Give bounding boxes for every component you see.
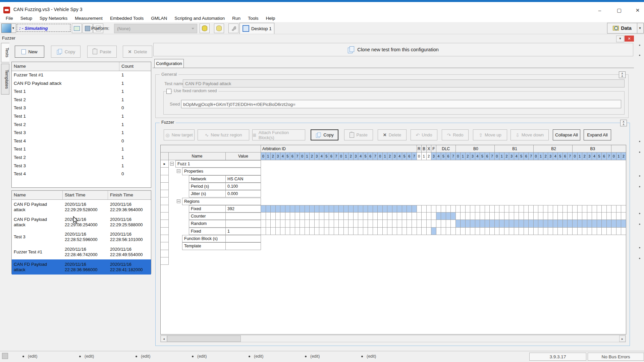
bit-cell[interactable] xyxy=(602,205,607,212)
table-row[interactable]: CAN FD Payload attack1 xyxy=(12,79,151,88)
bit-cell[interactable] xyxy=(499,228,504,235)
bit-cell[interactable] xyxy=(495,205,500,212)
tab-configuration[interactable]: Configuration xyxy=(154,59,184,68)
database-add-button[interactable] xyxy=(214,23,224,33)
bit-cell[interactable] xyxy=(563,205,568,212)
bit-cell[interactable] xyxy=(548,228,553,235)
bit-cell[interactable] xyxy=(578,213,583,220)
online-dropdown-arrow[interactable]: ▼ xyxy=(11,23,16,33)
bit-cell[interactable] xyxy=(573,205,578,212)
panel-menu-button[interactable]: ▼ xyxy=(616,36,624,42)
expand-all-button[interactable]: Expand All xyxy=(584,129,611,140)
bit-cell[interactable] xyxy=(573,228,578,235)
bit-cell[interactable] xyxy=(383,213,388,220)
bit-cell[interactable] xyxy=(485,220,490,227)
platform-dropdown[interactable]: (None) xyxy=(114,24,197,33)
paste-test-button[interactable]: Paste xyxy=(87,46,117,58)
bit-cell[interactable] xyxy=(295,228,300,235)
bit-cell[interactable] xyxy=(514,220,519,227)
bit-cell[interactable] xyxy=(587,220,592,227)
bit-cell[interactable] xyxy=(480,205,485,212)
panel-close-button[interactable]: ✕ xyxy=(625,36,634,42)
bit-cell[interactable] xyxy=(441,205,446,212)
bit-cell[interactable] xyxy=(334,205,339,212)
menu-setup[interactable]: Setup xyxy=(17,15,36,21)
bit-cell[interactable] xyxy=(509,220,514,227)
table-row[interactable]: Test 40 xyxy=(12,137,151,145)
region-bit-strip[interactable] xyxy=(261,205,626,213)
bit-cell[interactable] xyxy=(499,205,504,212)
bit-cell[interactable] xyxy=(368,228,373,235)
bit-cell[interactable] xyxy=(417,220,422,227)
bit-cell[interactable] xyxy=(582,205,587,212)
bit-cell[interactable] xyxy=(348,220,354,227)
bit-cell[interactable] xyxy=(543,213,548,220)
bit-cell[interactable] xyxy=(397,228,402,235)
bit-cell[interactable] xyxy=(538,205,543,212)
bit-cell[interactable] xyxy=(387,213,392,220)
bit-cell[interactable] xyxy=(519,205,524,212)
bit-cell[interactable] xyxy=(319,205,324,212)
bit-cell[interactable] xyxy=(441,228,446,235)
table-row[interactable]: Test 31 xyxy=(12,162,151,170)
grid-row-function-block-s-[interactable]: Function Block (s) xyxy=(161,235,626,242)
bit-cell[interactable] xyxy=(456,213,461,220)
bit-cell[interactable] xyxy=(475,205,480,212)
bit-cell[interactable] xyxy=(446,220,451,227)
bit-cell[interactable] xyxy=(422,220,427,227)
menu-tools[interactable]: Tools xyxy=(244,15,262,21)
bit-cell[interactable] xyxy=(504,205,509,212)
bit-cell[interactable] xyxy=(276,220,281,227)
collapse-all-button[interactable]: Collapse All xyxy=(553,129,580,140)
bit-cell[interactable] xyxy=(392,205,397,212)
bit-cell[interactable] xyxy=(392,220,397,227)
bit-cell[interactable] xyxy=(451,220,456,227)
new-target-button[interactable]: ◎New target xyxy=(164,129,195,140)
bit-cell[interactable] xyxy=(310,220,315,227)
bit-cell[interactable] xyxy=(558,228,563,235)
bit-cell[interactable] xyxy=(368,213,373,220)
grid-row-counter[interactable]: Counter xyxy=(161,213,626,220)
minimize-button[interactable]: – xyxy=(595,7,605,14)
bit-cell[interactable] xyxy=(407,220,412,227)
run-row[interactable]: CAN FD Payloadattack2020/11/1622:29:08:2… xyxy=(12,215,151,230)
column-header-finish-time[interactable]: Finish Time xyxy=(108,191,151,199)
bit-cell[interactable] xyxy=(358,213,363,220)
bit-cell[interactable] xyxy=(285,205,290,212)
scrollbar-thumb[interactable] xyxy=(167,336,241,342)
bit-cell[interactable] xyxy=(607,220,612,227)
bit-cell[interactable] xyxy=(475,220,480,227)
bit-cell[interactable] xyxy=(597,220,602,227)
bit-cell[interactable] xyxy=(373,228,378,235)
column-header-name[interactable]: Name xyxy=(12,62,119,71)
delete-button[interactable]: ✕Delete xyxy=(378,129,407,140)
data-dropdown-arrow[interactable]: ▼ xyxy=(637,23,644,34)
bit-cell[interactable] xyxy=(334,213,339,220)
bit-cell[interactable] xyxy=(616,220,622,227)
table-row[interactable]: Test 11 xyxy=(12,112,151,121)
bit-cell[interactable] xyxy=(378,213,383,220)
bit-cell[interactable] xyxy=(524,228,529,235)
bit-cell[interactable] xyxy=(490,213,495,220)
bit-cell[interactable] xyxy=(383,220,388,227)
bit-cell[interactable] xyxy=(495,228,500,235)
bit-cell[interactable] xyxy=(466,220,471,227)
bit-cell[interactable] xyxy=(280,205,285,212)
bit-cell[interactable] xyxy=(280,220,285,227)
bit-cell[interactable] xyxy=(607,205,612,212)
grid-row-period-s-[interactable]: Period (s)0.100 xyxy=(161,183,626,190)
seed-field[interactable]: bOpMvgjOcq9i+GKmTj0T2EDDHn+r0EPicBoD6rzt… xyxy=(181,100,621,108)
bit-cell[interactable] xyxy=(427,228,432,235)
grid-row-properties[interactable]: Properties xyxy=(161,168,626,175)
bit-cell[interactable] xyxy=(558,213,563,220)
bit-cell[interactable] xyxy=(466,228,471,235)
fuzzer-collapse-button[interactable]: ∧∧ xyxy=(620,120,627,126)
grid-row-jitter-s-[interactable]: Jitter (s)0.000 xyxy=(161,190,626,197)
bit-cell[interactable] xyxy=(290,228,295,235)
region-bit-strip[interactable] xyxy=(261,228,626,235)
bit-cell[interactable] xyxy=(568,205,573,212)
bit-cell[interactable] xyxy=(582,213,587,220)
bit-cell[interactable] xyxy=(446,205,451,212)
bit-cell[interactable] xyxy=(397,213,402,220)
copy-test-button[interactable]: Copy xyxy=(51,46,80,58)
